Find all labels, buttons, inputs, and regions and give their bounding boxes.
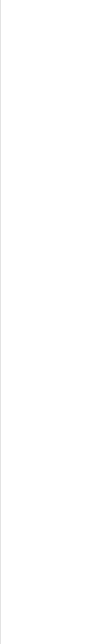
event-header: [0, 0, 99, 3]
waveform-window: [0, 0, 99, 644]
time-window-header: [0, 3, 99, 6]
